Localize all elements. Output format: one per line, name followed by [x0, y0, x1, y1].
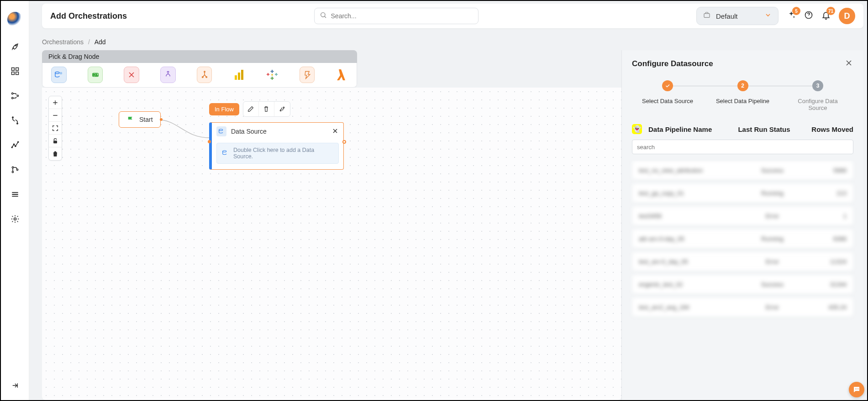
database-icon [221, 150, 229, 157]
pipeline-search-wrap [632, 140, 853, 154]
nav-collapse-icon[interactable] [10, 380, 21, 391]
close-node-icon[interactable] [331, 127, 339, 136]
edit-node-button[interactable] [243, 102, 259, 116]
panel-header: Configure Datasource [622, 50, 863, 74]
svg-point-36 [855, 389, 856, 390]
ds-in-port[interactable] [208, 140, 211, 143]
svg-rect-4 [16, 72, 18, 75]
svg-rect-29 [238, 73, 240, 80]
search-input[interactable] [314, 8, 479, 24]
pipeline-row[interactable]: test_no_view_attributionSuccess5988 [632, 161, 853, 180]
palette-tableau-node[interactable] [266, 67, 279, 83]
app-logo[interactable] [7, 12, 23, 27]
sparkle-badge: 5 [792, 7, 800, 15]
palette-datasource-node[interactable] [51, 67, 67, 83]
flow-canvas[interactable]: Start In Flow [42, 88, 621, 400]
pipeline-row[interactable]: attr-arv-0-day_05Running6368 [632, 229, 853, 248]
page-title: Add Orchestrations [50, 11, 127, 21]
start-out-port[interactable] [160, 118, 163, 121]
svg-point-33 [283, 107, 284, 108]
svg-rect-2 [16, 68, 18, 71]
left-nav-rail [1, 1, 29, 400]
svg-point-13 [17, 141, 18, 142]
start-node[interactable]: Start [119, 111, 161, 128]
palette-transform-node[interactable] [124, 67, 139, 83]
palette-lambda-node[interactable] [336, 67, 348, 83]
node-actions [243, 101, 290, 117]
palette-row: SQL [42, 63, 357, 88]
nav-git-icon[interactable] [10, 164, 21, 175]
node-toolbar: In Flow [209, 101, 290, 117]
workspace-selector[interactable]: Default [696, 7, 779, 25]
svg-point-6 [11, 97, 13, 99]
lock-button[interactable] [49, 135, 62, 147]
configure-panel: Configure Datasource Select Data Source [621, 50, 863, 400]
ds-out-port[interactable] [342, 140, 346, 144]
palette-scheduler-node[interactable] [300, 67, 315, 83]
palette-sql-node[interactable]: SQL [88, 67, 103, 83]
step-1[interactable]: Select Data Source [640, 80, 695, 104]
step-2[interactable]: 2 Select Data Pipeline [715, 80, 770, 104]
palette-branch-node[interactable] [197, 67, 212, 83]
palette-header: Pick & Drag Node [42, 50, 357, 63]
svg-point-35 [223, 151, 226, 152]
nav-rocket-icon[interactable] [10, 41, 21, 52]
notifications-button[interactable]: 71 [821, 10, 831, 21]
svg-rect-3 [11, 72, 14, 75]
chat-bubble-button[interactable] [849, 382, 864, 397]
palette-powerbi-node[interactable] [233, 67, 245, 83]
workspace: Pick & Drag Node SQL [42, 50, 863, 400]
datasource-node[interactable]: Data Source Double Click here to add a D… [209, 122, 344, 170]
svg-rect-31 [53, 141, 57, 143]
delete-button[interactable] [49, 147, 62, 160]
step-3-label: Configure Data Source [790, 98, 845, 111]
snapchat-icon: 👻 [632, 124, 642, 134]
start-node-label: Start [139, 116, 153, 123]
pipeline-row[interactable]: test_arv-0_day_05Error11324 [632, 252, 853, 271]
in-flow-tag: In Flow [209, 103, 239, 115]
fit-view-button[interactable] [49, 122, 62, 135]
svg-point-38 [858, 389, 859, 390]
flag-icon [126, 115, 135, 124]
zoom-out-button[interactable] [49, 109, 62, 122]
svg-point-32 [280, 110, 281, 111]
step-1-label: Select Data Source [642, 98, 693, 104]
nav-settings-icon[interactable] [10, 214, 21, 224]
step-3-dot: 3 [812, 80, 823, 91]
ds-drop-zone[interactable]: Double Click here to add a Data Source. [216, 143, 339, 164]
nav-analytics-icon[interactable] [10, 140, 21, 151]
palette-ml-node[interactable] [160, 67, 176, 83]
search-icon [320, 11, 327, 21]
main-column: Add Orchestrations Default [29, 1, 867, 400]
zoom-in-button[interactable] [49, 96, 62, 109]
svg-point-25 [204, 71, 205, 73]
ai-sparkle-button[interactable]: 5 [787, 10, 796, 21]
connect-node-button[interactable] [274, 102, 290, 116]
svg-point-22 [60, 72, 62, 74]
step-3[interactable]: 3 Configure Data Source [790, 80, 845, 111]
svg-point-18 [321, 13, 325, 17]
pipeline-row[interactable]: test_ga_copy_01Running213 [632, 183, 853, 203]
workspace-label: Default [716, 12, 759, 20]
pipeline-row[interactable]: engentv_test_02Success31344 [632, 275, 853, 294]
delete-node-button[interactable] [259, 102, 274, 116]
breadcrumb-root[interactable]: Orchestrations [42, 38, 84, 46]
svg-point-5 [11, 93, 13, 94]
node-palette: Pick & Drag Node SQL [42, 50, 357, 88]
pipeline-search-input[interactable] [632, 140, 853, 154]
step-2-dot: 2 [737, 80, 748, 91]
nav-pipeline-icon[interactable] [10, 90, 21, 101]
svg-rect-28 [235, 75, 237, 80]
ds-drop-hint: Double Click here to add a Data Source. [233, 147, 334, 160]
pipeline-row[interactable]: test_arv2_avg_194Error435.24 [632, 297, 853, 317]
pipeline-row[interactable]: test3456Error1 [632, 206, 853, 225]
app-root: Add Orchestrations Default [0, 0, 868, 401]
nav-dashboard-icon[interactable] [10, 66, 21, 77]
nav-transform-icon[interactable] [10, 115, 21, 126]
help-button[interactable] [804, 10, 813, 21]
panel-close-icon[interactable] [844, 58, 853, 69]
breadcrumb: Orchestrations / Add [42, 38, 863, 46]
nav-list-icon[interactable] [10, 189, 21, 200]
svg-point-21 [55, 72, 59, 74]
user-avatar[interactable]: D [839, 8, 855, 24]
